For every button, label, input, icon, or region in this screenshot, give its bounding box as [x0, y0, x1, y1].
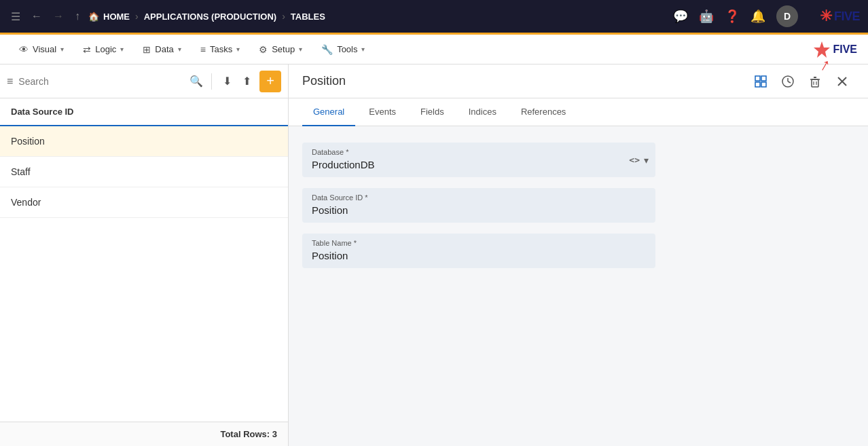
home-nav[interactable]: 🏠 HOME: [88, 12, 130, 22]
search-icon[interactable]: 🔍: [189, 75, 203, 88]
five-logo-area: FIVE: [812, 40, 857, 59]
delete-button[interactable]: [803, 69, 827, 94]
tasks-label: Tasks: [210, 44, 232, 54]
setup-label: Setup: [272, 44, 295, 54]
list-item-position[interactable]: Position: [0, 126, 288, 157]
download-button[interactable]: ⬇: [220, 72, 234, 90]
logic-label: Logic: [95, 44, 116, 54]
list-item-label: Staff: [11, 166, 31, 177]
database-value: ProductionDB: [312, 159, 646, 170]
data-source-id-value: Position: [312, 204, 646, 216]
logic-arrow: ▾: [120, 45, 124, 53]
list-item-label: Vendor: [11, 197, 41, 208]
main-content: ≡ 🔍 ⬇ ⬆ + Data Source ID Position Staff …: [0, 64, 868, 446]
data-label: Data: [155, 44, 173, 54]
five-brand-label: FIVE: [833, 43, 857, 56]
tab-references[interactable]: References: [510, 98, 577, 126]
nav-data[interactable]: ⊞ Data ▾: [134, 39, 189, 60]
nav-tools[interactable]: 🔧 Tools ▾: [313, 39, 373, 60]
up-icon[interactable]: ↑: [72, 7, 83, 25]
trash-icon: [808, 75, 822, 88]
total-rows-label: Total Rows: 3: [220, 429, 277, 439]
tools-label: Tools: [337, 44, 357, 54]
sidebar-footer: Total Rows: 3: [0, 422, 288, 446]
sidebar-divider: [211, 73, 212, 90]
detail-toolbar: ↑: [748, 69, 854, 94]
dropdown-icon[interactable]: ▾: [644, 155, 649, 166]
sidebar-header-label: Data Source ID: [11, 107, 73, 117]
setup-icon: ⚙: [259, 44, 268, 55]
upload-button[interactable]: ⬆: [240, 72, 254, 90]
tasks-icon: ≡: [200, 44, 206, 55]
list-item-label: Position: [11, 136, 45, 147]
detail-header: Position: [289, 64, 868, 98]
close-button[interactable]: [830, 69, 854, 94]
database-field: Database * ProductionDB <> ▾: [302, 143, 655, 177]
filter-icon[interactable]: ≡: [7, 75, 13, 88]
visual-label: Visual: [33, 44, 56, 54]
tab-fields[interactable]: Fields: [410, 98, 455, 126]
top-nav: ☰ ← → ↑ 🏠 HOME › APPLICATIONS (PRODUCTIO…: [0, 0, 868, 33]
nav-setup[interactable]: ⚙ Setup ▾: [251, 39, 310, 60]
close-icon: [836, 75, 848, 88]
grid-view-button[interactable]: [748, 69, 773, 94]
tab-events[interactable]: Events: [358, 98, 407, 126]
data-icon: ⊞: [143, 44, 151, 55]
five-brand: ✳ FIVE: [820, 9, 860, 24]
breadcrumb-arrow-2: ›: [282, 11, 285, 22]
five-top-right-logo: FIVE: [812, 40, 857, 59]
add-button[interactable]: +: [259, 71, 281, 92]
svg-rect-4: [761, 82, 766, 87]
sidebar-header: Data Source ID: [0, 98, 288, 126]
list-item-staff[interactable]: Staff: [0, 157, 288, 187]
nav-right-section: 💬 🤖 ❓ 🔔 D ✳ FIVE: [673, 5, 860, 27]
five-logo-icon: [812, 40, 831, 59]
tools-icon: 🔧: [321, 44, 333, 55]
search-input[interactable]: [18, 76, 184, 87]
form-content: Database * ProductionDB <> ▾ Data Source…: [289, 126, 868, 446]
database-label: Database *: [312, 148, 646, 156]
database-field-actions: <> ▾: [629, 155, 649, 166]
setup-arrow: ▾: [299, 45, 302, 53]
tab-indices[interactable]: Indices: [458, 98, 507, 126]
robot-icon[interactable]: 🤖: [699, 9, 714, 24]
help-icon[interactable]: ❓: [725, 9, 740, 24]
applications-breadcrumb[interactable]: APPLICATIONS (PRODUCTION): [144, 12, 276, 22]
table-name-field: Table Name * Position: [302, 234, 655, 268]
svg-line-7: [788, 81, 791, 83]
chat-icon[interactable]: 💬: [673, 9, 688, 24]
sidebar: ≡ 🔍 ⬇ ⬆ + Data Source ID Position Staff …: [0, 64, 289, 446]
svg-rect-3: [755, 82, 760, 87]
nav-visual[interactable]: 👁 Visual ▾: [11, 39, 72, 60]
visual-arrow: ▾: [60, 45, 64, 53]
user-avatar[interactable]: D: [776, 5, 798, 27]
back-icon[interactable]: ←: [29, 7, 45, 25]
tasks-arrow: ▾: [236, 45, 240, 53]
home-icon: 🏠: [88, 12, 99, 22]
five-asterisk: ✳: [820, 9, 832, 24]
history-button[interactable]: [776, 69, 800, 94]
data-source-id-label: Data Source ID *: [312, 193, 646, 202]
data-source-id-field: Data Source ID * Position: [302, 188, 655, 223]
detail-panel: Position: [289, 64, 868, 446]
nav-logic[interactable]: ⇄ Logic ▾: [75, 39, 132, 60]
logic-icon: ⇄: [83, 44, 91, 55]
grid-icon: [754, 75, 767, 88]
clock-icon: [781, 75, 795, 88]
data-arrow: ▾: [178, 45, 181, 53]
sidebar-search-bar: ≡ 🔍 ⬇ ⬆ +: [0, 64, 288, 98]
forward-icon[interactable]: →: [50, 7, 67, 25]
breadcrumb-arrow-1: ›: [135, 11, 139, 22]
menu-icon[interactable]: ☰: [8, 7, 23, 26]
visual-icon: 👁: [19, 44, 29, 55]
tab-general[interactable]: General: [302, 98, 355, 126]
list-item-vendor[interactable]: Vendor: [0, 187, 288, 218]
table-name-label: Table Name *: [312, 239, 646, 247]
tables-breadcrumb[interactable]: TABLES: [291, 12, 325, 22]
code-icon[interactable]: <>: [629, 155, 640, 165]
bell-icon[interactable]: 🔔: [751, 9, 765, 24]
home-label: HOME: [103, 12, 130, 22]
nav-tasks[interactable]: ≡ Tasks ▾: [192, 39, 248, 60]
five-text: FIVE: [834, 10, 860, 24]
svg-rect-2: [761, 76, 766, 81]
